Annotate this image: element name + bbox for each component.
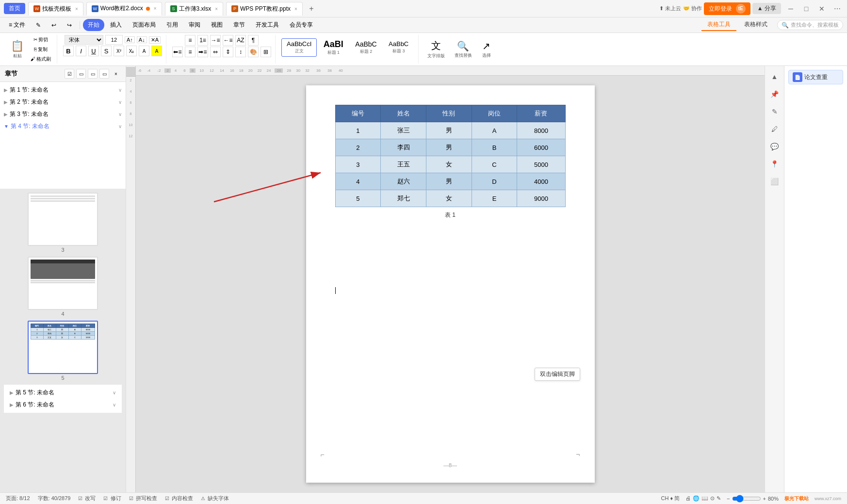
format-brush-button[interactable]: 🖌 格式刷	[29, 55, 53, 64]
align-justify[interactable]: ⇔	[210, 47, 221, 57]
view-web-icon[interactable]: 🌐	[693, 495, 700, 502]
font-size-input[interactable]	[105, 35, 123, 45]
subscript-button[interactable]: X₂	[126, 46, 137, 56]
maximize-button[interactable]: □	[800, 3, 812, 15]
sidebar-icon-2[interactable]: ▭	[76, 69, 86, 79]
search-command-box[interactable]: 🔍 查找命令、搜索模板	[777, 20, 843, 30]
right-icon-screenshot[interactable]: ⬜	[768, 175, 782, 188]
highlight-button[interactable]: A	[151, 46, 162, 56]
tab-word[interactable]: W Word教程2.docx ×	[86, 2, 162, 16]
font-size-decrease[interactable]: A↓	[137, 36, 147, 43]
align-left[interactable]: ⬅≡	[172, 47, 183, 57]
font-name-select[interactable]: 宋体	[65, 35, 103, 45]
preview-item-5[interactable]: 编号姓名性别岗位薪资 1张三男A8000 2李四男B6000 3王五女C5000…	[4, 321, 122, 381]
login-button[interactable]: 立即登录 tE	[704, 2, 750, 15]
tab-table-tool[interactable]: 表格工具	[701, 19, 736, 31]
view-write-icon[interactable]: ✎	[717, 495, 721, 502]
preview-item-3[interactable]: 3	[4, 193, 122, 253]
sidebar-icon-3[interactable]: ▭	[88, 69, 98, 79]
superscript-button[interactable]: X²	[114, 46, 124, 56]
zoom-slider[interactable]	[732, 495, 761, 503]
table-row[interactable]: 5郑七女E9000	[335, 190, 565, 207]
list-ordered[interactable]: 1≡	[197, 35, 208, 46]
tab-table-style[interactable]: 表格样式	[738, 19, 773, 31]
zoom-control[interactable]: − + 80%	[727, 495, 779, 503]
right-icon-highlight[interactable]: 🖊	[768, 122, 782, 136]
table-row[interactable]: 2李四男B6000	[335, 139, 565, 156]
home-button[interactable]: 首页	[4, 3, 25, 14]
right-icon-scroll-up[interactable]: ▲	[768, 70, 782, 83]
indent-increase[interactable]: →≡	[210, 35, 221, 46]
copy-button[interactable]: ⎘ 复制	[29, 45, 53, 54]
shading-button[interactable]: 🎨	[248, 47, 259, 57]
tab-ppt[interactable]: P WPS PPT教程.pptx ×	[226, 2, 303, 16]
right-icon-location[interactable]: 📍	[768, 157, 782, 171]
font-size-increase[interactable]: A↑	[125, 36, 135, 43]
menu-edit-icon[interactable]: ✎	[31, 20, 46, 31]
menu-page-layout[interactable]: 页面布局	[128, 19, 161, 31]
chapter-item-6[interactable]: ▶ 第 6 节: 未命名 ∨	[6, 399, 120, 411]
underline-button[interactable]: U	[88, 46, 99, 56]
preview-item-4[interactable]: 4	[4, 257, 122, 317]
tab-close-excel[interactable]: ×	[215, 6, 218, 12]
double-click-tip[interactable]: 双击编辑页脚	[535, 368, 580, 381]
tab-close-word[interactable]: ×	[154, 6, 157, 11]
menu-membership[interactable]: 会员专享	[285, 19, 318, 31]
minimize-button[interactable]: ─	[785, 3, 797, 15]
status-modify[interactable]: ☑ 改写	[78, 495, 96, 502]
sidebar-icon-1[interactable]: ☑	[65, 69, 74, 79]
menu-file[interactable]: ≡ 文件	[4, 19, 30, 31]
status-revision[interactable]: ☑ 修订	[103, 495, 121, 502]
lunwen-button[interactable]: 📄 论文查重	[788, 70, 843, 84]
sidebar-close-icon[interactable]: ×	[111, 69, 121, 79]
menu-home[interactable]: 开始	[83, 19, 104, 31]
menu-review[interactable]: 审阅	[184, 19, 205, 31]
tab-template[interactable]: W 找板壳模板 ×	[28, 2, 83, 16]
tab-excel[interactable]: S 工作薄3.xlsx ×	[165, 2, 224, 16]
menu-undo[interactable]: ↩	[47, 20, 61, 31]
more-button[interactable]: ⋯	[831, 3, 843, 15]
border-button[interactable]: ⊞	[261, 47, 271, 57]
style-heading1[interactable]: AaBI 标题 1	[318, 37, 349, 58]
table-row[interactable]: 1张三男A8000	[335, 122, 565, 139]
sidebar-icon-4[interactable]: ▭	[99, 69, 109, 79]
align-center[interactable]: ≡	[185, 47, 195, 57]
line-spacing[interactable]: ↕	[235, 47, 246, 57]
style-normal[interactable]: AaBbCcI 正文	[281, 38, 317, 57]
add-tab-button[interactable]: +	[306, 3, 317, 15]
show-marks[interactable]: ¶	[248, 35, 259, 46]
font-color-button[interactable]: A	[139, 46, 149, 56]
text-layout-button[interactable]: 文 文字排版	[424, 38, 448, 61]
menu-insert[interactable]: 插入	[105, 19, 127, 31]
status-spell[interactable]: ☑ 拼写检查	[129, 495, 157, 502]
clear-format-button[interactable]: ✕A	[149, 36, 161, 44]
sort-button[interactable]: AZ	[235, 35, 246, 46]
close-button[interactable]: ✕	[816, 3, 828, 15]
italic-button[interactable]: I	[76, 46, 86, 56]
indent-decrease[interactable]: ←≡	[223, 35, 233, 46]
view-read-icon[interactable]: 📖	[701, 495, 708, 502]
chapter-item-4[interactable]: ▼ 第 4 节: 未命名 ∨	[0, 120, 126, 132]
table-row[interactable]: 3王五女C5000	[335, 156, 565, 173]
chapter-dropdown-4[interactable]: ∨	[118, 124, 122, 129]
paste-button[interactable]: 📋 粘贴	[8, 35, 27, 64]
table-row[interactable]: 4赵六男D4000	[335, 173, 565, 190]
doc-scroll-area[interactable]: 编号 姓名 性别 岗位 薪资 1张三男A80002李四男B60003王五女C50…	[136, 76, 765, 492]
align-right[interactable]: ➡≡	[197, 47, 208, 57]
view-print-icon[interactable]: 🖨	[685, 495, 691, 502]
chapter-item-5[interactable]: ▶ 第 5 节: 未命名 ∨	[6, 387, 120, 399]
zoom-out-icon[interactable]: −	[727, 496, 730, 502]
chapter-item-2[interactable]: ▶ 第 2 节: 未命名 ∨	[0, 96, 126, 108]
find-replace-button[interactable]: 🔍 查找替换	[452, 39, 475, 60]
menu-developer[interactable]: 开发工具	[251, 19, 284, 31]
chapter-dropdown-1[interactable]: ∨	[118, 87, 122, 93]
view-focus-icon[interactable]: ⊙	[710, 495, 715, 502]
status-font[interactable]: ⚠ 缺失字体	[201, 495, 229, 502]
bold-button[interactable]: B	[63, 46, 74, 56]
style-heading3[interactable]: AaBbC 标题 3	[383, 38, 414, 57]
tab-close-ppt[interactable]: ×	[294, 6, 297, 12]
select-button[interactable]: ↗ 选择	[479, 39, 494, 60]
menu-redo[interactable]: ↪	[62, 20, 77, 31]
chapter-dropdown-2[interactable]: ∨	[118, 99, 122, 105]
data-table[interactable]: 编号 姓名 性别 岗位 薪资 1张三男A80002李四男B60003王五女C50…	[335, 105, 566, 207]
